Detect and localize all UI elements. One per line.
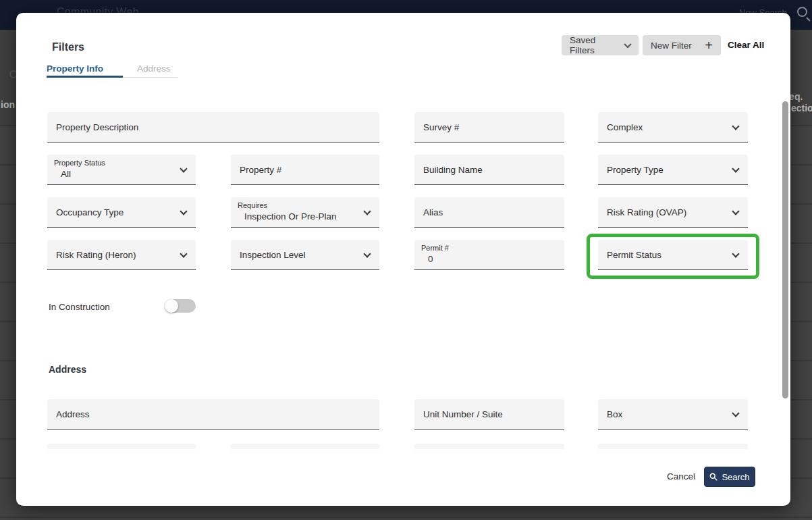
inspection-level-select[interactable]: Inspection Level <box>231 240 379 270</box>
saved-filters-button[interactable]: Saved Filters <box>562 35 639 55</box>
field-value: 0 <box>414 252 564 264</box>
field-placeholder: Survey # <box>414 122 459 132</box>
field-placeholder: Occupancy Type <box>47 207 124 217</box>
field-placeholder: Risk Rating (Heron) <box>47 250 136 260</box>
in-construction-label: In Construction <box>49 302 110 312</box>
chevron-down-icon <box>624 41 632 48</box>
tab-property-info[interactable]: Property Info <box>47 63 103 74</box>
risk-rating-heron-select[interactable]: Risk Rating (Heron) <box>47 240 196 270</box>
saved-filters-label: Saved Filters <box>570 35 620 55</box>
address-input[interactable]: Address <box>47 399 379 430</box>
box-select[interactable]: Box <box>598 399 748 430</box>
requires-select[interactable]: Requires Inspection Or Pre-Plan <box>231 197 379 228</box>
survey-number-input[interactable]: Survey # <box>414 112 564 142</box>
field-placeholder: Inspection Level <box>231 250 306 260</box>
occupancy-type-select[interactable]: Occupancy Type <box>47 197 196 228</box>
chevron-down-icon <box>732 122 739 130</box>
toggle-knob <box>165 299 178 313</box>
chevron-down-icon <box>732 250 739 257</box>
field-placeholder: Building Name <box>414 165 483 175</box>
field-placeholder: Permit Status <box>598 250 661 260</box>
plus-icon: + <box>705 38 713 52</box>
chevron-down-icon <box>180 250 187 257</box>
field-placeholder: Alias <box>414 207 443 217</box>
new-filter-button[interactable]: New Filter + <box>643 35 721 55</box>
chevron-down-icon <box>363 250 371 257</box>
chevron-down-icon <box>180 207 187 215</box>
field-placeholder: Property Description <box>47 122 138 132</box>
field-placeholder: Risk Rating (OVAP) <box>598 207 686 217</box>
risk-rating-ovap-select[interactable]: Risk Rating (OVAP) <box>598 197 748 228</box>
field-label: Property Status <box>47 155 196 167</box>
field-placeholder: Property Type <box>598 165 664 175</box>
alias-input[interactable]: Alias <box>414 197 564 228</box>
address-section-heading: Address <box>49 364 86 375</box>
tab-address[interactable]: Address <box>137 63 171 74</box>
chevron-down-icon <box>732 165 739 172</box>
property-description-input[interactable]: Property Description <box>47 112 379 142</box>
in-construction-toggle[interactable] <box>165 299 196 313</box>
clipped-field[interactable] <box>47 444 196 449</box>
field-placeholder: Address <box>47 409 90 419</box>
chevron-down-icon <box>732 207 739 215</box>
chevron-down-icon <box>732 409 739 417</box>
field-placeholder: Property # <box>231 165 281 175</box>
clipped-field[interactable] <box>231 444 379 449</box>
property-status-select[interactable]: Property Status All <box>47 155 196 185</box>
clipped-field[interactable] <box>598 444 748 449</box>
field-placeholder: Complex <box>598 122 643 132</box>
complex-select[interactable]: Complex <box>598 112 748 142</box>
permit-status-select[interactable]: Permit Status <box>598 240 748 270</box>
property-number-input[interactable]: Property # <box>231 155 379 185</box>
field-label: Requires <box>231 197 379 209</box>
property-type-select[interactable]: Property Type <box>598 155 748 185</box>
search-button-label: Search <box>722 472 749 482</box>
scrollbar-thumb[interactable] <box>782 101 788 398</box>
field-label: Permit # <box>414 240 564 252</box>
search-button[interactable]: Search <box>704 467 755 487</box>
permit-number-input[interactable]: Permit # 0 <box>414 240 564 270</box>
building-name-input[interactable]: Building Name <box>414 155 564 185</box>
modal-title: Filters <box>52 41 84 53</box>
unit-number-suite-input[interactable]: Unit Number / Suite <box>414 399 564 430</box>
clipped-field[interactable] <box>414 444 564 449</box>
new-filter-label: New Filter <box>651 41 692 51</box>
search-icon <box>797 7 807 17</box>
field-value: All <box>47 167 196 179</box>
cancel-button[interactable]: Cancel <box>667 471 695 482</box>
clipped-column-header: ectio <box>791 103 812 113</box>
clipped-column-header: ion <box>1 99 15 110</box>
clear-all-button[interactable]: Clear All <box>728 40 764 50</box>
tab-active-indicator <box>47 76 123 78</box>
field-value: Inspection Or Pre-Plan <box>231 209 379 222</box>
field-placeholder: Unit Number / Suite <box>414 409 503 419</box>
filters-modal: Filters Property Info Address Saved Filt… <box>16 13 790 506</box>
search-icon <box>709 473 718 481</box>
field-placeholder: Box <box>598 409 622 419</box>
